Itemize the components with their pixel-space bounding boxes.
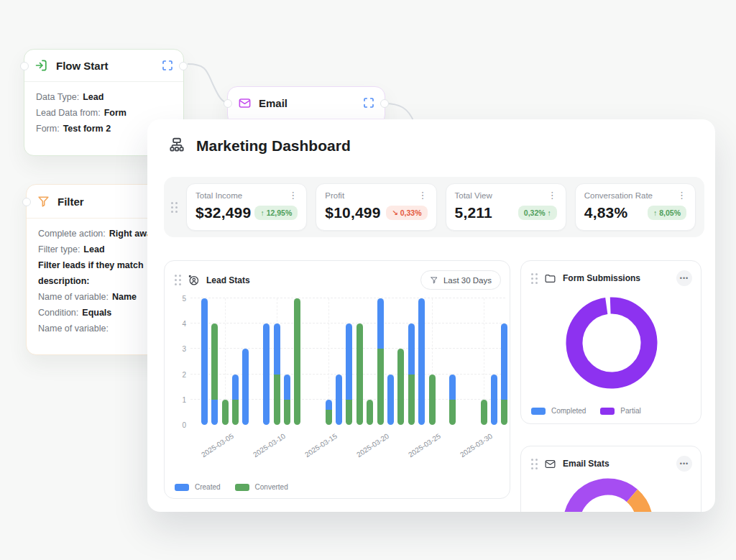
node-field-value: Lead [83,244,104,254]
node-field-value: Lead [83,92,104,102]
bar-segment-converted [449,400,456,425]
legend-item: Converted [235,483,288,491]
flow-start-header[interactable]: Flow Start [24,50,183,82]
page-title: Marketing Dashboard [196,137,351,155]
gridline [190,298,505,298]
node-field-label: Filter type: [38,244,80,254]
y-axis-tick-label: 1 [173,396,186,404]
bar-segment-created [211,400,218,425]
y-axis-tick-label: 3 [173,345,186,353]
email-node-header[interactable]: Email [228,87,385,119]
expand-icon[interactable] [363,97,374,109]
sitemap-icon [167,137,186,155]
email-stats-panel: Email Stats ••• [520,446,702,512]
trend-badge: ↑ 8,05% [648,206,686,220]
email-icon [238,96,252,110]
panel-title: Email Stats [563,459,670,469]
node-field-label: Complete action: [38,229,106,239]
drag-handle-icon[interactable] [175,275,181,285]
trend-badge: ↘ 0,33% [386,206,428,220]
stat-card: Profit⋮$10,499↘ 0,33% [316,183,436,231]
drag-handle-icon[interactable] [531,459,538,469]
bar [336,375,342,425]
bar [274,323,280,425]
kebab-menu-icon[interactable]: ⋮ [418,191,428,200]
y-axis-tick-label: 0 [173,421,186,429]
x-axis-tick-label: 2025-03-30 [459,432,494,459]
connector-dot[interactable] [20,62,29,70]
bar-segment-converted [274,375,280,425]
bar-segment-created [387,375,394,425]
bar-segment-created [336,375,342,425]
bar-segment-converted [294,298,300,425]
bar [242,349,249,425]
node-field-label: Name of variable: [38,292,109,302]
kebab-menu-icon[interactable]: ⋮ [677,191,686,200]
node-title: Flow Start [56,60,155,72]
envelope-icon [544,458,556,470]
legend-swatch [175,484,189,491]
legend-label: Partial [620,407,640,415]
form-donut-ring [573,304,650,382]
filter-icon [37,195,50,208]
more-options-button[interactable]: ••• [676,270,692,286]
connector-dot[interactable] [380,99,389,108]
node-field-label: Lead Data from: [36,108,101,118]
bar [326,400,332,425]
bar-segment-converted [356,323,363,425]
bar [232,375,239,425]
bar [429,375,436,425]
connector-dot[interactable] [224,99,232,108]
bar [449,375,456,425]
x-axis-tick-label: 2025-03-10 [252,432,287,459]
bar-segment-created [449,375,456,400]
node-field-value: Test form 2 [63,124,111,134]
date-filter-button[interactable]: Last 30 Days [420,270,501,290]
form-submissions-legend: CompletedPartial [531,407,641,415]
bar [222,400,229,425]
x-axis-tick-label: 2025-03-20 [355,432,390,459]
legend-item: Created [175,483,221,491]
kebab-menu-icon[interactable]: ⋮ [548,191,557,200]
trend-badge: ↑ 12,95% [254,206,298,220]
legend-label: Completed [551,407,586,415]
bar [408,323,415,425]
bar-segment-converted [367,400,373,425]
node-field-label: Form: [36,124,60,134]
bar [377,298,384,425]
stats-row: Total Income⋮$32,499↑ 12,95%Profit⋮$10,4… [164,177,704,237]
bar-segment-created [274,323,280,374]
lead-stats-bar-chart: 0123452025-03-052025-03-102025-03-152025… [190,298,510,425]
bar-segment-created [201,298,208,425]
drag-handle-icon[interactable] [171,202,178,213]
bar [501,323,507,425]
form-submissions-header: Form Submissions ••• [521,261,701,292]
node-field-value: Name [112,292,137,302]
node-field-label: Data Type: [36,92,79,102]
node-field-label: Name of variable: [38,323,109,334]
connector-dot[interactable] [22,198,31,206]
bar [263,323,270,425]
bar [356,323,363,425]
connector-dot[interactable] [179,62,188,70]
stat-value: $32,499 [196,204,251,221]
bar-segment-created [346,323,352,400]
bar [418,298,425,425]
y-axis-tick-label: 2 [173,371,186,379]
x-axis-tick-label: 2025-03-05 [200,432,235,459]
more-options-button[interactable]: ••• [676,456,692,472]
bar-segment-created [242,349,249,425]
bar [294,298,300,425]
email-donut-arc-orange [632,496,645,513]
dashboard-header: Marketing Dashboard [147,119,715,162]
y-axis-tick-label: 4 [173,320,186,328]
kebab-menu-icon[interactable]: ⋮ [288,191,298,200]
bar-segment-converted [408,375,415,425]
expand-icon[interactable] [162,60,173,71]
bar-segment-converted [397,349,404,425]
flow-builder-canvas: Flow Start Data Type:LeadLead Data from:… [0,0,736,560]
legend-item: Partial [600,407,640,415]
bar-segment-converted [501,400,507,425]
stat-value: $10,499 [325,204,380,221]
drag-handle-icon[interactable] [531,273,538,284]
